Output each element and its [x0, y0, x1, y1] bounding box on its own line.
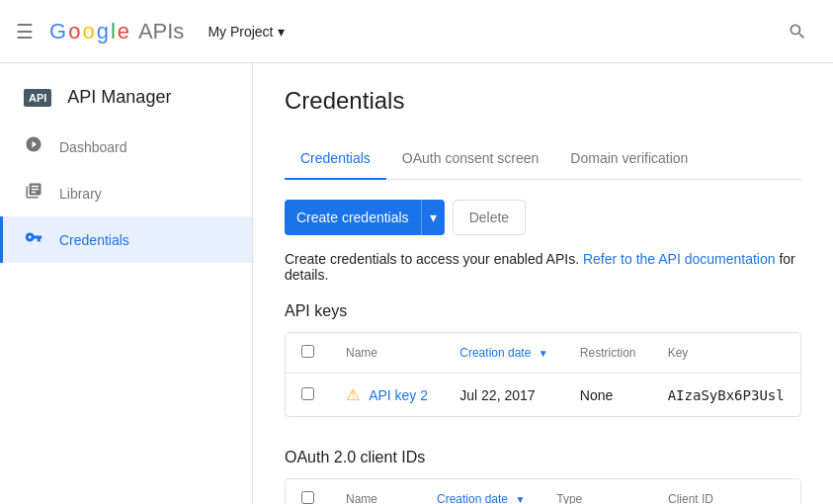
oauth-select-all-checkbox[interactable] — [301, 491, 314, 504]
oauth-col-creation-date[interactable]: Creation date ▼ — [421, 479, 541, 504]
oauth-table-container: Name Creation date ▼ Type Client ID Chil… — [285, 478, 801, 504]
api-keys-col-key: Key — [652, 333, 800, 374]
page-title: Credentials — [285, 87, 801, 115]
oauth-section-title: OAuth 2.0 client IDs — [285, 449, 801, 466]
tab-domain-verification[interactable]: Domain verification — [554, 138, 704, 180]
search-button[interactable] — [778, 12, 817, 51]
logo-e: e — [118, 19, 129, 44]
library-label: Library — [59, 186, 102, 202]
api-key-1-name[interactable]: API key 2 — [369, 387, 428, 403]
api-key-1-key: AIzaSyBx6P3Usl — [652, 374, 800, 417]
api-keys-table: Name Creation date ▼ Restriction Key — [286, 333, 800, 416]
search-icon — [788, 22, 807, 42]
api-keys-col-restriction: Restriction — [564, 333, 652, 374]
google-logo: Google APIs — [49, 19, 184, 44]
credentials-icon — [24, 228, 43, 251]
api-key-1-date: Jul 22, 2017 — [444, 374, 564, 417]
oauth-col-name: Name — [330, 479, 421, 504]
credentials-label: Credentials — [59, 232, 129, 248]
api-keys-section-title: API keys — [285, 302, 801, 320]
oauth-col-client-id: Client ID — [652, 479, 800, 504]
sidebar: API API Manager Dashboard Library — [0, 63, 253, 504]
table-row: ⚠ API key 2 Jul 22, 2017 None AIzaSyBx6P… — [286, 374, 800, 417]
project-name: My Project — [208, 24, 273, 40]
dropdown-arrow-icon[interactable]: ▾ — [421, 200, 445, 235]
logo-o2: o — [82, 19, 94, 44]
tabs-bar: Credentials OAuth consent screen Domain … — [285, 138, 801, 180]
project-selector[interactable]: My Project ▾ — [200, 20, 292, 43]
api-keys-col-creation-date[interactable]: Creation date ▼ — [444, 333, 564, 374]
sidebar-header: API API Manager — [0, 71, 252, 124]
logo-g2: g — [97, 19, 109, 44]
create-credentials-button[interactable]: Create credentials ▾ — [285, 200, 445, 235]
info-text: Create credentials to access your enable… — [285, 251, 801, 283]
oauth-header-row: Name Creation date ▼ Type Client ID — [286, 479, 800, 504]
library-icon — [24, 182, 43, 205]
sidebar-title: API Manager — [67, 87, 171, 108]
dashboard-label: Dashboard — [59, 139, 127, 155]
logo-apis: APIs — [133, 19, 184, 44]
api-keys-select-all-checkbox[interactable] — [301, 345, 314, 358]
api-keys-col-name: Name — [330, 333, 444, 374]
sort-arrow-icon: ▼ — [539, 348, 548, 359]
delete-button[interactable]: Delete — [453, 200, 526, 235]
tab-credentials[interactable]: Credentials — [285, 138, 386, 180]
api-doc-link[interactable]: Refer to the API documentation — [583, 251, 776, 267]
api-keys-select-all-cell — [286, 333, 330, 374]
api-icon: API — [24, 89, 51, 107]
app-layout: API API Manager Dashboard Library — [0, 63, 833, 504]
menu-icon[interactable]: ☰ — [16, 20, 34, 43]
api-key-1-name-cell: ⚠ API key 2 — [330, 374, 444, 417]
tab-oauth-consent[interactable]: OAuth consent screen — [386, 138, 555, 180]
sidebar-item-credentials[interactable]: Credentials — [0, 216, 252, 263]
oauth-select-all-cell — [286, 479, 330, 504]
api-key-1-restriction: None — [564, 374, 652, 417]
api-key-1-checkbox-cell — [286, 374, 330, 417]
api-keys-header-row: Name Creation date ▼ Restriction Key — [286, 333, 800, 374]
sort-arrow-icon-2: ▼ — [515, 494, 525, 504]
info-text-prefix: Create credentials to access your enable… — [285, 251, 579, 267]
api-key-1-checkbox[interactable] — [301, 387, 314, 400]
create-credentials-label: Create credentials — [285, 210, 421, 225]
dashboard-icon — [24, 135, 43, 158]
header: ☰ Google APIs My Project ▾ — [0, 0, 833, 63]
sidebar-item-library[interactable]: Library — [0, 170, 252, 216]
logo-o1: o — [68, 19, 80, 44]
api-keys-table-container: Name Creation date ▼ Restriction Key — [285, 332, 801, 417]
oauth-table: Name Creation date ▼ Type Client ID Chil… — [286, 479, 800, 504]
toolbar: Create credentials ▾ Delete — [285, 200, 801, 235]
main-content: Credentials Credentials OAuth consent sc… — [253, 63, 833, 504]
logo-l: l — [111, 19, 116, 44]
warning-icon: ⚠ — [346, 386, 360, 403]
chevron-down-icon: ▾ — [278, 24, 285, 40]
oauth-col-type: Type — [541, 479, 652, 504]
sidebar-item-dashboard[interactable]: Dashboard — [0, 124, 252, 170]
logo-g: G — [49, 19, 66, 44]
